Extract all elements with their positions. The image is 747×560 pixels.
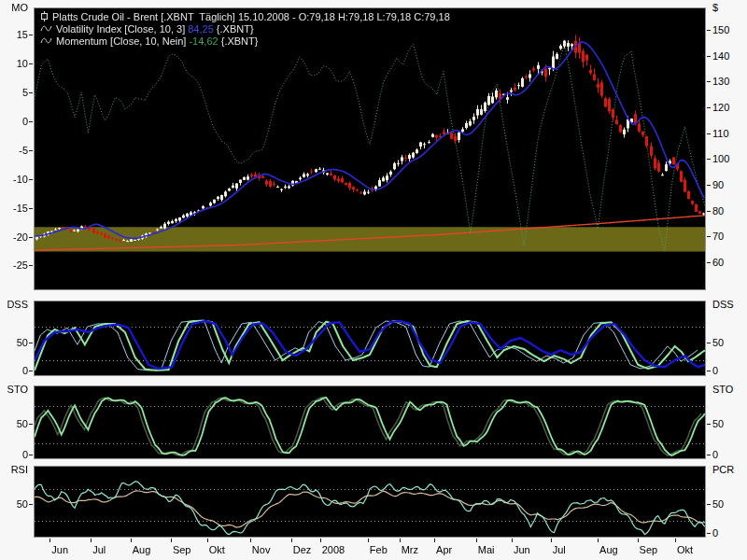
- axis-tick: [29, 63, 33, 64]
- axis-tick: [29, 455, 33, 455]
- x-axis-month-label: Okt: [209, 544, 225, 555]
- main-right-axis-title: $: [712, 3, 744, 13]
- x-axis-month-label: Jul: [92, 544, 106, 555]
- x-axis-month-label: Aug: [599, 544, 618, 555]
- trading-chart-window: Platts Crude Oil - Brent [.XBNT Täglich]…: [0, 0, 747, 560]
- x-axis-month-label: Sep: [173, 544, 191, 555]
- x-axis-month-label: Jun: [514, 544, 530, 555]
- x-axis-tick: [171, 539, 172, 542]
- wave-icon: [40, 36, 52, 45]
- x-axis-tick: [434, 539, 435, 542]
- axis-tick: [29, 237, 33, 238]
- x-axis-tick: [250, 539, 251, 542]
- axis-tick: [707, 107, 711, 108]
- axis-tick: [707, 133, 711, 134]
- mo-axis-label: -20: [2, 232, 28, 243]
- chart-legend: Platts Crude Oil - Brent [.XBNT Täglich]…: [40, 10, 450, 47]
- x-axis-month-label: Jul: [553, 544, 566, 555]
- x-axis-month-label: Mai: [478, 544, 495, 555]
- price-chart-canvas[interactable]: [35, 8, 705, 289]
- x-axis-tick: [291, 539, 292, 542]
- x-axis-month-label: Apr: [436, 544, 452, 555]
- axis-tick: [29, 265, 33, 266]
- dss-axis-label: 0: [2, 366, 28, 376]
- axis-tick: [29, 208, 33, 209]
- rsi-canvas[interactable]: [35, 467, 705, 537]
- rsi-left-axis-title: RSI: [2, 465, 28, 475]
- sto-axis-label: 0: [2, 450, 28, 460]
- price-axis-label: 90: [712, 180, 744, 190]
- axis-tick: [29, 343, 33, 343]
- wave-icon: [40, 24, 52, 33]
- sto-right-axis-title: STO: [712, 385, 744, 395]
- x-axis-tick: [598, 539, 599, 542]
- x-axis-month-label: Sep: [640, 544, 658, 555]
- price-axis-label: 70: [712, 231, 744, 242]
- price-axis-label: 140: [712, 51, 744, 62]
- price-axis-label: 80: [712, 206, 744, 217]
- axis-tick: [29, 35, 33, 35]
- x-axis-tick: [476, 539, 477, 542]
- x-axis-month-label: Aug: [133, 544, 151, 555]
- x-axis-tick: [131, 539, 132, 542]
- axis-tick: [707, 424, 711, 425]
- sto-left-axis-title: STO: [2, 385, 28, 395]
- mo-axis-label: 0: [2, 117, 28, 127]
- mo-axis-label: 15: [2, 30, 28, 40]
- legend-momentum-value: -14,62: [189, 35, 218, 47]
- axis-tick: [707, 185, 711, 186]
- price-axis-label: 120: [712, 103, 744, 113]
- rsi-panel[interactable]: [34, 466, 706, 538]
- axis-tick: [29, 92, 33, 93]
- axis-tick: [707, 262, 711, 263]
- x-axis-month-label: Feb: [370, 544, 388, 555]
- dss-canvas[interactable]: [35, 301, 705, 375]
- axis-tick: [707, 159, 711, 160]
- axis-tick: [707, 211, 711, 212]
- x-axis-tick: [551, 539, 552, 542]
- price-axis-label: 150: [712, 25, 744, 35]
- axis-tick: [707, 236, 711, 237]
- pcr-right-axis-title: PCR: [712, 465, 744, 475]
- dss-axis-label: 0: [712, 366, 744, 376]
- mo-axis-label: -10: [2, 175, 28, 185]
- axis-tick: [29, 150, 33, 151]
- rsi-axis-label: 50: [2, 499, 28, 510]
- mo-axis-label: -25: [2, 260, 28, 271]
- dss-panel[interactable]: [34, 301, 706, 376]
- x-axis-month-label: Mrz: [402, 544, 418, 555]
- pcr-axis-label: 0: [712, 528, 744, 539]
- sto-axis-label: 50: [2, 419, 28, 429]
- main-price-panel[interactable]: Platts Crude Oil - Brent [.XBNT Täglich]…: [34, 7, 706, 290]
- axis-tick: [707, 81, 711, 82]
- axis-tick: [707, 343, 711, 343]
- dss-right-axis-title: DSS: [712, 300, 744, 310]
- dss-axis-label: 50: [712, 338, 744, 348]
- x-axis-tick: [638, 539, 639, 542]
- x-axis-tick: [207, 539, 208, 542]
- x-axis-month-label: Okt: [677, 544, 693, 555]
- axis-tick: [707, 504, 711, 505]
- dss-axis-label: 50: [2, 338, 28, 348]
- x-axis-month-label: Dez: [293, 544, 312, 555]
- mo-axis-label: 10: [2, 59, 28, 69]
- mo-axis-label: -15: [2, 203, 28, 214]
- dss-left-axis-title: DSS: [2, 300, 28, 310]
- sto-panel[interactable]: [34, 385, 706, 459]
- x-axis-tick: [675, 539, 676, 542]
- sto-axis-label: 50: [712, 419, 744, 429]
- sto-canvas[interactable]: [35, 386, 705, 458]
- pcr-axis-label: 50: [712, 499, 744, 510]
- legend-momentum-suffix: {.XBNT}: [218, 35, 259, 47]
- main-left-axis-title: MO: [2, 3, 28, 13]
- x-axis-tick: [91, 539, 92, 542]
- price-axis-label: 100: [712, 154, 744, 164]
- x-axis-tick: [400, 539, 401, 542]
- axis-tick: [29, 504, 33, 505]
- legend-volatility-suffix: {.XBNT}: [214, 23, 254, 35]
- x-axis-month-label: Nov: [252, 544, 271, 555]
- legend-volatility-label: Volatility Index [Close, 10, 3]: [56, 23, 188, 35]
- mo-axis-label: 5: [2, 88, 28, 98]
- axis-tick: [707, 56, 711, 57]
- axis-tick: [707, 455, 711, 455]
